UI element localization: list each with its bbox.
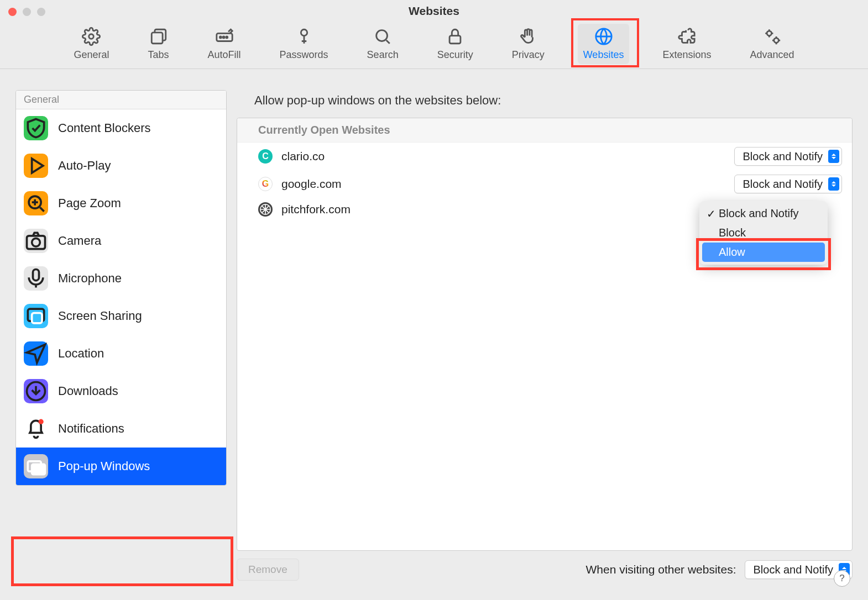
sidebar-item-pop-up-windows[interactable]: Pop-up Windows bbox=[16, 448, 226, 485]
close-window-icon[interactable] bbox=[8, 8, 17, 16]
screen-icon bbox=[24, 304, 48, 328]
main-heading: Allow pop-up windows on the websites bel… bbox=[237, 90, 853, 118]
key-icon bbox=[295, 27, 313, 46]
toolbar-label: Advanced bbox=[750, 49, 794, 61]
footer-label: When visiting other websites: bbox=[586, 563, 736, 576]
minimize-window-icon[interactable] bbox=[23, 8, 31, 16]
autofill-icon bbox=[215, 27, 234, 46]
sidebar-item-microphone[interactable]: Microphone bbox=[16, 260, 226, 297]
sidebar-item-auto-play[interactable]: Auto-Play bbox=[16, 147, 226, 185]
svg-rect-21 bbox=[32, 464, 45, 474]
zoom-window-icon[interactable] bbox=[37, 8, 45, 16]
zoom-icon bbox=[24, 191, 48, 215]
tabs-icon bbox=[149, 27, 168, 46]
svg-point-4 bbox=[223, 36, 224, 38]
sidebar-item-label: Location bbox=[58, 346, 104, 361]
svg-point-14 bbox=[32, 238, 40, 246]
toolbar-websites[interactable]: Websites bbox=[578, 24, 630, 64]
titlebar: Websites bbox=[0, 0, 868, 22]
preferences-toolbar: General Tabs AutoFill Passwords Search S… bbox=[0, 22, 868, 69]
download-icon bbox=[24, 379, 48, 403]
favicon bbox=[258, 202, 273, 217]
sidebar-header: General bbox=[16, 91, 226, 109]
sidebar-item-content-blockers[interactable]: Content Blockers bbox=[16, 109, 226, 147]
website-list: Currently Open Websites Cclario.coBlock … bbox=[237, 118, 853, 551]
gears-icon bbox=[763, 27, 782, 46]
site-domain: pitchfork.com bbox=[281, 203, 351, 216]
dropdown-value: Block and Notify bbox=[742, 178, 823, 191]
sidebar: General Content BlockersAuto-PlayPage Zo… bbox=[15, 90, 227, 486]
sidebar-item-notifications[interactable]: Notifications bbox=[16, 410, 226, 448]
popup-setting-menu[interactable]: Block and NotifyBlockAllow bbox=[699, 201, 828, 265]
svg-rect-15 bbox=[33, 270, 39, 281]
sidebar-item-downloads[interactable]: Downloads bbox=[16, 372, 226, 410]
chevron-updown-icon bbox=[828, 150, 839, 163]
toolbar-search[interactable]: Search bbox=[362, 24, 404, 64]
location-icon bbox=[24, 341, 48, 366]
popup-icon bbox=[24, 454, 48, 478]
svg-rect-1 bbox=[151, 33, 163, 44]
toolbar-label: Privacy bbox=[512, 49, 545, 61]
toolbar-label: Search bbox=[367, 49, 399, 61]
puzzle-icon bbox=[677, 27, 696, 46]
highlight-annotation bbox=[11, 536, 233, 586]
svg-point-10 bbox=[767, 31, 772, 36]
svg-point-0 bbox=[89, 34, 94, 39]
sidebar-item-location[interactable]: Location bbox=[16, 335, 226, 372]
svg-rect-8 bbox=[449, 36, 461, 44]
svg-point-19 bbox=[39, 419, 44, 424]
toolbar-extensions[interactable]: Extensions bbox=[657, 24, 717, 64]
sidebar-item-label: Microphone bbox=[58, 271, 122, 286]
sidebar-item-label: Downloads bbox=[58, 384, 118, 398]
site-domain: google.com bbox=[281, 177, 342, 191]
chevron-updown-icon bbox=[828, 177, 839, 191]
sidebar-item-label: Auto-Play bbox=[58, 159, 111, 173]
svg-point-5 bbox=[226, 36, 227, 38]
favicon: G bbox=[258, 177, 273, 191]
website-row[interactable]: Ggoogle.comBlock and Notify bbox=[237, 170, 852, 198]
toolbar-label: Tabs bbox=[148, 49, 169, 61]
sidebar-item-screen-sharing[interactable]: Screen Sharing bbox=[16, 297, 226, 335]
gear-icon bbox=[82, 27, 101, 46]
sidebar-item-label: Page Zoom bbox=[58, 196, 121, 210]
window-controls[interactable] bbox=[8, 8, 45, 16]
play-icon bbox=[24, 154, 48, 178]
website-row[interactable]: Cclario.coBlock and Notify bbox=[237, 143, 852, 170]
toolbar-label: AutoFill bbox=[208, 49, 241, 61]
sidebar-item-page-zoom[interactable]: Page Zoom bbox=[16, 185, 226, 222]
shield-check-icon bbox=[24, 116, 48, 140]
menu-option-allow[interactable]: Allow bbox=[702, 243, 825, 262]
svg-point-7 bbox=[377, 30, 388, 41]
menu-option-block-and-notify[interactable]: Block and Notify bbox=[702, 204, 825, 223]
toolbar-label: Passwords bbox=[280, 49, 328, 61]
toolbar-passwords[interactable]: Passwords bbox=[274, 24, 334, 64]
toolbar-tabs[interactable]: Tabs bbox=[143, 24, 175, 64]
globe-icon bbox=[594, 27, 613, 46]
site-setting-dropdown[interactable]: Block and Notify bbox=[734, 147, 842, 166]
hand-icon bbox=[519, 27, 537, 46]
site-setting-dropdown[interactable]: Block and Notify bbox=[734, 175, 842, 193]
bell-icon bbox=[24, 417, 48, 441]
camera-icon bbox=[24, 229, 48, 253]
menu-option-block[interactable]: Block bbox=[702, 223, 825, 243]
toolbar-label: Security bbox=[437, 49, 473, 61]
toolbar-advanced[interactable]: Advanced bbox=[744, 24, 799, 64]
sidebar-item-label: Screen Sharing bbox=[58, 309, 142, 323]
sidebar-item-label: Pop-up Windows bbox=[58, 459, 150, 473]
toolbar-privacy[interactable]: Privacy bbox=[506, 24, 550, 64]
site-domain: clario.co bbox=[281, 150, 325, 163]
toolbar-security[interactable]: Security bbox=[432, 24, 479, 64]
toolbar-autofill[interactable]: AutoFill bbox=[202, 24, 247, 64]
sidebar-item-camera[interactable]: Camera bbox=[16, 222, 226, 260]
section-header: Currently Open Websites bbox=[237, 118, 852, 143]
sidebar-item-label: Camera bbox=[58, 234, 101, 248]
sidebar-item-label: Notifications bbox=[58, 422, 124, 436]
toolbar-general[interactable]: General bbox=[68, 24, 114, 64]
toolbar-label: Websites bbox=[583, 49, 624, 61]
window-title: Websites bbox=[0, 0, 868, 18]
help-button[interactable]: ? bbox=[834, 570, 850, 587]
remove-button[interactable]: Remove bbox=[237, 559, 299, 581]
main-panel: Allow pop-up windows on the websites bel… bbox=[237, 90, 853, 581]
sidebar-item-label: Content Blockers bbox=[58, 121, 151, 135]
svg-point-3 bbox=[219, 36, 221, 38]
